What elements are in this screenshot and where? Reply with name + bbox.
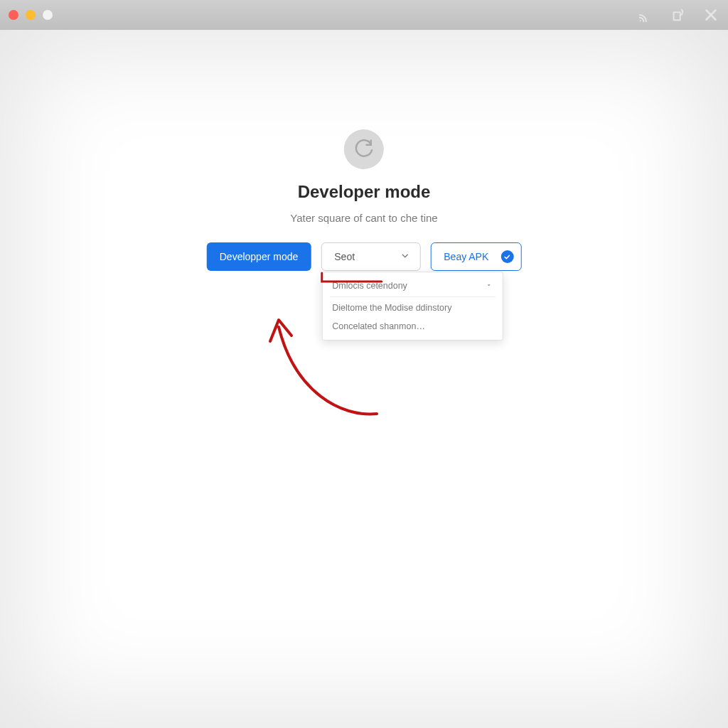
dropdown-panel: Dmlocis cetendony Dieltome the Modise dd… [321, 272, 503, 341]
dropdown-item-2[interactable]: Dieltome the Modise ddinstory [322, 299, 502, 317]
page-subtitle: Yater square of cant to che tine [290, 212, 437, 224]
main-content: Developer mode Yater square of cant to c… [0, 30, 728, 728]
window-tool-icon[interactable] [670, 6, 687, 23]
beay-apk-label: Beay APK [444, 251, 488, 262]
developer-mode-button[interactable]: Developper mode [207, 242, 311, 271]
close-window-button[interactable] [9, 10, 18, 20]
dropdown-separator [329, 296, 495, 297]
dropdown-item-2-label: Dieltome the Modise ddinstory [332, 303, 451, 313]
dropdown-item-3[interactable]: Concelated shanmon… [322, 317, 502, 336]
developer-mode-button-label: Developper mode [220, 251, 299, 262]
page-title: Developer mode [298, 182, 431, 202]
hero-refresh-icon [344, 129, 384, 169]
maximize-window-button[interactable] [43, 10, 53, 20]
caret-down-icon [485, 281, 492, 291]
titlebar-actions [637, 0, 719, 30]
traffic-lights [9, 10, 53, 20]
dropdown-item-3-label: Concelated shanmon… [332, 321, 425, 331]
dropdown-item-1[interactable]: Dmlocis cetendony [322, 277, 502, 295]
check-badge-icon [500, 250, 513, 263]
window-titlebar [0, 0, 728, 30]
close-icon[interactable] [702, 6, 719, 23]
cast-icon[interactable] [637, 6, 654, 23]
svg-point-0 [640, 20, 641, 21]
action-row: Developper mode Seot Dmlocis cetendony [207, 242, 522, 271]
select-label: Seot [334, 251, 355, 262]
dropdown-item-1-label: Dmlocis cetendony [332, 281, 407, 291]
minimize-window-button[interactable] [26, 10, 36, 20]
chevron-down-icon [400, 251, 410, 263]
beay-apk-button[interactable]: Beay APK [430, 242, 521, 271]
hero-section: Developer mode Yater square of cant to c… [207, 129, 522, 271]
select-dropdown[interactable]: Seot Dmlocis cetendony [321, 242, 420, 271]
